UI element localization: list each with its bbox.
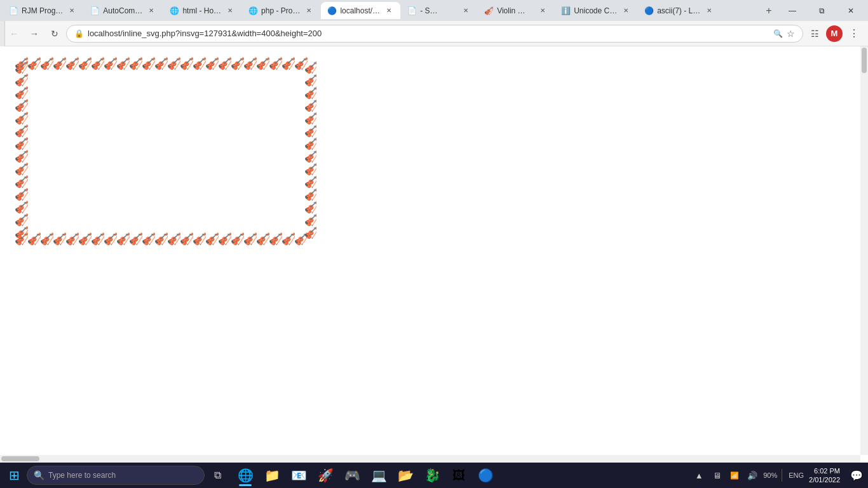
tab-tab-violin[interactable]: 🎻 Violin … ✕ bbox=[478, 2, 554, 19]
network-icon[interactable]: 📶 bbox=[727, 468, 742, 483]
tab-favicon: ℹ️ bbox=[561, 6, 570, 15]
tab-close-button[interactable]: ✕ bbox=[67, 6, 77, 16]
violin-border-svg: 🎻🎻🎻🎻🎻🎻🎻🎻🎻🎻🎻🎻🎻🎻🎻🎻🎻🎻🎻🎻🎻🎻🎻🎻🎻🎻🎻🎻🎻🎻🎻🎻🎻🎻🎻🎻🎻🎻🎻🎻… bbox=[5, 49, 316, 259]
back-button[interactable]: ← bbox=[5, 25, 23, 43]
violin-emoji: 🎻 bbox=[15, 73, 29, 87]
bookmark-icon[interactable]: ☆ bbox=[787, 29, 795, 39]
window-controls: — ⧉ ✕ bbox=[778, 0, 865, 21]
tab-favicon: 🎻 bbox=[484, 6, 493, 15]
tab-close-button[interactable]: ✕ bbox=[538, 6, 548, 16]
extensions-button[interactable]: ☷ bbox=[806, 25, 824, 43]
violin-emoji: 🎻 bbox=[304, 137, 316, 151]
violin-emoji: 🎻 bbox=[304, 226, 316, 240]
tab-favicon: 🌐 bbox=[170, 6, 179, 15]
violin-emoji: 🎻 bbox=[15, 175, 29, 189]
taskbar-app-terminal[interactable]: 💻 bbox=[366, 463, 391, 487]
tab-close-button[interactable]: ✕ bbox=[461, 6, 471, 16]
tab-tab-text[interactable]: 📄 - S… ✕ bbox=[401, 2, 477, 19]
violin-emoji: 🎻 bbox=[15, 149, 29, 163]
vertical-scrollbar[interactable] bbox=[860, 46, 868, 455]
tab-favicon: 🌐 bbox=[248, 6, 257, 15]
tab-favicon: 📄 bbox=[9, 6, 18, 15]
tab-label: ascii(7) - L… bbox=[657, 6, 700, 15]
violin-emoji: 🎻 bbox=[15, 162, 29, 176]
taskbar-app-explorer[interactable]: 📁 bbox=[259, 463, 285, 487]
tab-label: AutoCom… bbox=[103, 6, 142, 15]
tab-tab-autocom[interactable]: 📄 AutoCom… ✕ bbox=[84, 2, 163, 19]
violin-emoji: 🎻 bbox=[304, 175, 316, 189]
tab-tab-php[interactable]: 🌐 php - Pro… ✕ bbox=[242, 2, 320, 19]
tab-label: localhost/… bbox=[340, 6, 380, 15]
nav-right: ☷ M ⋮ bbox=[806, 25, 863, 43]
svg-content-area: 🎻🎻🎻🎻🎻🎻🎻🎻🎻🎻🎻🎻🎻🎻🎻🎻🎻🎻🎻🎻🎻🎻🎻🎻🎻🎻🎻🎻🎻🎻🎻🎻🎻🎻🎻🎻🎻🎻🎻🎻… bbox=[5, 49, 316, 261]
forward-button[interactable]: → bbox=[25, 25, 43, 43]
tab-close-button[interactable]: ✕ bbox=[225, 6, 235, 16]
tab-tab-rjm[interactable]: 📄 RJM Prog… ✕ bbox=[3, 2, 83, 19]
violin-emoji: 🎻 bbox=[304, 111, 316, 125]
restore-button[interactable]: ⧉ bbox=[807, 0, 836, 21]
search-placeholder-text: Type here to search bbox=[48, 471, 116, 480]
tab-favicon: 📄 bbox=[90, 6, 99, 15]
start-button[interactable]: ⊞ bbox=[3, 464, 25, 487]
tab-tab-unicode[interactable]: ℹ️ Unicode C… ✕ bbox=[555, 2, 637, 19]
tab-label: Violin … bbox=[497, 6, 534, 15]
violin-emoji: 🎻 bbox=[304, 187, 316, 201]
tab-label: html - Ho… bbox=[182, 6, 221, 15]
divider bbox=[782, 469, 782, 482]
close-button[interactable]: ✕ bbox=[836, 0, 865, 21]
display-icon[interactable]: 🖥 bbox=[709, 468, 724, 483]
tab-close-button[interactable]: ✕ bbox=[384, 6, 394, 16]
profile-avatar[interactable]: M bbox=[826, 25, 843, 42]
volume-icon[interactable]: 🔊 bbox=[745, 468, 760, 483]
task-view-icon: ⧉ bbox=[214, 470, 221, 481]
vertical-scrollbar-thumb[interactable] bbox=[862, 48, 867, 73]
violin-emoji: 🎻 bbox=[304, 200, 316, 214]
taskbar-app-edge[interactable]: 🌐 bbox=[233, 463, 258, 487]
tab-close-button[interactable]: ✕ bbox=[621, 6, 631, 16]
address-bar[interactable]: 🔒 localhost/inline_svg.php?insvg=127931&… bbox=[66, 25, 803, 43]
tab-favicon: 📄 bbox=[407, 6, 416, 15]
taskbar-app-chrome[interactable]: 🔵 bbox=[473, 463, 498, 487]
violin-emoji: 🎻 bbox=[304, 60, 316, 74]
violin-emoji: 🎻 bbox=[15, 226, 29, 240]
tab-label: php - Pro… bbox=[261, 6, 300, 15]
task-view-button[interactable]: ⧉ bbox=[206, 464, 229, 487]
tab-close-button[interactable]: ✕ bbox=[304, 6, 314, 16]
taskbar-app-photos[interactable]: 🖼 bbox=[446, 463, 471, 487]
violin-emoji: 🎻 bbox=[304, 98, 316, 112]
taskbar-time[interactable]: 6:02 PM 2/01/2022 bbox=[809, 466, 845, 485]
new-tab-button[interactable]: + bbox=[760, 2, 778, 20]
tab-label: RJM Prog… bbox=[22, 6, 63, 15]
language-indicator[interactable]: ENG bbox=[786, 471, 806, 479]
violin-emoji: 🎻 bbox=[304, 162, 316, 176]
address-text[interactable]: localhost/inline_svg.php?insvg=127931&wi… bbox=[88, 29, 770, 38]
horizontal-scrollbar[interactable] bbox=[0, 455, 860, 463]
taskbar-app-filezilla[interactable]: 📂 bbox=[393, 463, 418, 487]
battery-icon[interactable]: 90% bbox=[763, 468, 778, 483]
taskbar-app-launcher[interactable]: 🚀 bbox=[313, 463, 338, 487]
menu-button[interactable]: ⋮ bbox=[845, 25, 863, 43]
minimize-button[interactable]: — bbox=[778, 0, 807, 21]
tab-close-button[interactable]: ✕ bbox=[146, 6, 156, 16]
violin-emoji: 🎻 bbox=[15, 137, 29, 151]
violin-emoji: 🎻 bbox=[304, 149, 316, 163]
zoom-icon: 🔍 bbox=[773, 29, 783, 38]
search-icon: 🔍 bbox=[34, 470, 44, 480]
taskbar-app-dragon[interactable]: 🐉 bbox=[419, 463, 445, 487]
horizontal-scrollbar-thumb[interactable] bbox=[1, 456, 39, 461]
notification-button[interactable]: 💬 bbox=[848, 464, 865, 487]
taskbar-app-mail[interactable]: 📧 bbox=[286, 463, 311, 487]
violin-emoji: 🎻 bbox=[15, 86, 29, 100]
system-tray-expand[interactable]: ▲ bbox=[691, 468, 707, 483]
tab-close-button[interactable]: ✕ bbox=[704, 6, 714, 16]
navbar: ← → ↻ 🔒 localhost/inline_svg.php?insvg=1… bbox=[0, 21, 868, 46]
violin-emoji: 🎻 bbox=[304, 73, 316, 87]
tab-tab-ascii[interactable]: 🔵 ascii(7) - L… ✕ bbox=[638, 2, 721, 19]
tab-tab-html[interactable]: 🌐 html - Ho… ✕ bbox=[163, 2, 241, 19]
tab-tab-localhost[interactable]: 🔵 localhost/… ✕ bbox=[321, 2, 400, 19]
reload-button[interactable]: ↻ bbox=[46, 25, 64, 43]
taskbar-search[interactable]: 🔍 Type here to search bbox=[27, 466, 205, 485]
taskbar-app-game[interactable]: 🎮 bbox=[339, 463, 365, 487]
titlebar: 📄 RJM Prog… ✕ 📄 AutoCom… ✕ 🌐 html - Ho… … bbox=[0, 0, 868, 21]
time-display: 6:02 PM bbox=[809, 466, 840, 475]
